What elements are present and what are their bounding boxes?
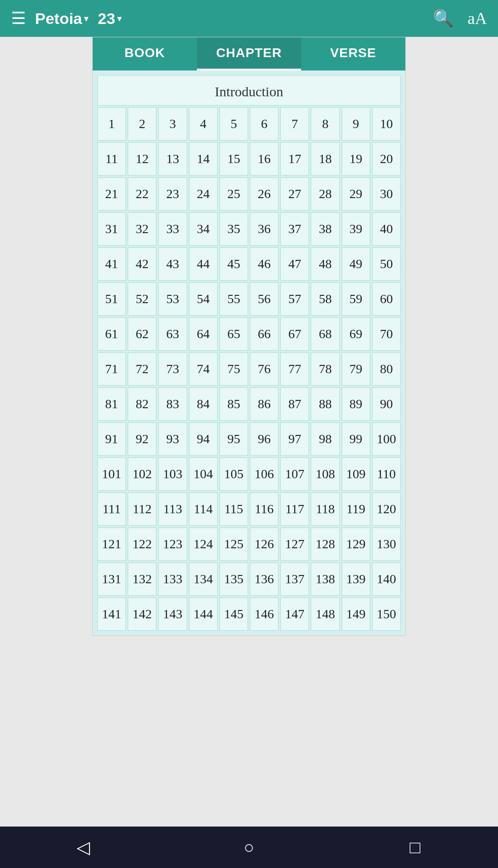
chapter-number-cell[interactable]: 79: [342, 352, 370, 386]
chapter-number-cell[interactable]: 141: [97, 598, 126, 631]
chapter-number-cell[interactable]: 10: [372, 107, 401, 141]
chapter-number-cell[interactable]: 110: [372, 457, 401, 491]
chapter-number-cell[interactable]: 107: [280, 457, 309, 491]
chapter-number-cell[interactable]: 108: [311, 457, 339, 491]
chapter-number-cell[interactable]: 111: [97, 493, 126, 526]
chapter-number-cell[interactable]: 140: [372, 563, 401, 596]
chapter-number-cell[interactable]: 55: [219, 282, 248, 316]
chapter-number-cell[interactable]: 39: [342, 212, 370, 246]
chapter-number-cell[interactable]: 52: [128, 282, 156, 316]
chapter-number-cell[interactable]: 106: [250, 457, 279, 491]
chapter-number-cell[interactable]: 42: [128, 247, 156, 281]
chapter-number-cell[interactable]: 38: [311, 212, 339, 246]
chapter-number-cell[interactable]: 16: [250, 142, 279, 176]
chapter-number-cell[interactable]: 33: [158, 212, 187, 246]
chapter-number-cell[interactable]: 59: [342, 282, 370, 316]
chapter-number-cell[interactable]: 21: [97, 177, 126, 211]
chapter-number-cell[interactable]: 51: [97, 282, 126, 316]
chapter-number-cell[interactable]: 120: [372, 493, 401, 526]
chapter-number-cell[interactable]: 104: [189, 457, 218, 491]
tab-verse[interactable]: VERSE: [301, 37, 405, 70]
chapter-number-cell[interactable]: 136: [250, 563, 279, 596]
chapter-number-cell[interactable]: 145: [219, 598, 248, 631]
chapter-number-cell[interactable]: 126: [250, 528, 279, 561]
chapter-number-cell[interactable]: 89: [342, 387, 370, 421]
chapter-number-cell[interactable]: 144: [189, 598, 218, 631]
chapter-number-cell[interactable]: 41: [97, 247, 126, 281]
chapter-number-cell[interactable]: 7: [280, 107, 309, 141]
chapter-number-cell[interactable]: 67: [280, 317, 309, 351]
chapter-number-cell[interactable]: 26: [250, 177, 279, 211]
home-button[interactable]: ○: [231, 829, 267, 866]
font-size-icon[interactable]: aA: [468, 9, 487, 28]
chapter-number-cell[interactable]: 80: [372, 352, 401, 386]
chapter-number-cell[interactable]: 73: [158, 352, 187, 386]
chapter-number-cell[interactable]: 94: [189, 422, 218, 456]
chapter-number-cell[interactable]: 81: [97, 387, 126, 421]
chapter-number-cell[interactable]: 12: [128, 142, 156, 176]
chapter-number-cell[interactable]: 43: [158, 247, 187, 281]
chapter-number-cell[interactable]: 37: [280, 212, 309, 246]
chapter-number-cell[interactable]: 143: [158, 598, 187, 631]
chapter-number-cell[interactable]: 77: [280, 352, 309, 386]
chapter-number-cell[interactable]: 50: [372, 247, 401, 281]
chapter-number-cell[interactable]: 146: [250, 598, 279, 631]
chapter-number-cell[interactable]: 29: [342, 177, 370, 211]
chapter-number-cell[interactable]: 115: [219, 493, 248, 526]
chapter-number-cell[interactable]: 23: [158, 177, 187, 211]
chapter-number-cell[interactable]: 66: [250, 317, 279, 351]
chapter-number-cell[interactable]: 5: [219, 107, 248, 141]
menu-icon[interactable]: ☰: [11, 9, 26, 28]
chapter-number-cell[interactable]: 127: [280, 528, 309, 561]
chapter-number-cell[interactable]: 2: [128, 107, 156, 141]
chapter-number-cell[interactable]: 72: [128, 352, 156, 386]
chapter-number-cell[interactable]: 6: [250, 107, 279, 141]
tab-book[interactable]: BOOK: [93, 37, 197, 70]
chapter-number-cell[interactable]: 14: [189, 142, 218, 176]
tab-chapter[interactable]: CHAPTER: [197, 37, 301, 70]
chapter-number-cell[interactable]: 71: [97, 352, 126, 386]
chapter-number-cell[interactable]: 93: [158, 422, 187, 456]
chapter-number-cell[interactable]: 18: [311, 142, 339, 176]
chapter-number-cell[interactable]: 1: [97, 107, 126, 141]
chapter-number-cell[interactable]: 97: [280, 422, 309, 456]
chapter-number-cell[interactable]: 61: [97, 317, 126, 351]
chapter-number-cell[interactable]: 20: [372, 142, 401, 176]
chapter-number-cell[interactable]: 121: [97, 528, 126, 561]
chapter-number-cell[interactable]: 109: [342, 457, 370, 491]
book-title[interactable]: Petoia: [35, 10, 82, 28]
chapter-number-cell[interactable]: 40: [372, 212, 401, 246]
chapter-number-cell[interactable]: 31: [97, 212, 126, 246]
chapter-number-cell[interactable]: 148: [311, 598, 339, 631]
chapter-number-cell[interactable]: 138: [311, 563, 339, 596]
book-caret-icon[interactable]: ▾: [84, 13, 89, 24]
chapter-number-cell[interactable]: 137: [280, 563, 309, 596]
recents-button[interactable]: □: [397, 829, 433, 866]
chapter-number-cell[interactable]: 3: [158, 107, 187, 141]
chapter-number-cell[interactable]: 95: [219, 422, 248, 456]
chapter-number-cell[interactable]: 114: [189, 493, 218, 526]
chapter-number-cell[interactable]: 54: [189, 282, 218, 316]
back-button[interactable]: ◁: [65, 829, 101, 866]
chapter-caret-icon[interactable]: ▾: [117, 13, 122, 24]
search-icon[interactable]: 🔍: [433, 9, 454, 28]
chapter-number-cell[interactable]: 11: [97, 142, 126, 176]
chapter-number-cell[interactable]: 142: [128, 598, 156, 631]
chapter-number-cell[interactable]: 113: [158, 493, 187, 526]
chapter-number-cell[interactable]: 19: [342, 142, 370, 176]
chapter-number-cell[interactable]: 46: [250, 247, 279, 281]
chapter-number-cell[interactable]: 101: [97, 457, 126, 491]
chapter-number-cell[interactable]: 4: [189, 107, 218, 141]
chapter-number-cell[interactable]: 60: [372, 282, 401, 316]
chapter-number-cell[interactable]: 130: [372, 528, 401, 561]
chapter-number-cell[interactable]: 135: [219, 563, 248, 596]
chapter-number-cell[interactable]: 85: [219, 387, 248, 421]
chapter-number-cell[interactable]: 28: [311, 177, 339, 211]
chapter-number-cell[interactable]: 84: [189, 387, 218, 421]
chapter-number-cell[interactable]: 8: [311, 107, 339, 141]
chapter-number-cell[interactable]: 128: [311, 528, 339, 561]
chapter-number-cell[interactable]: 68: [311, 317, 339, 351]
chapter-number-cell[interactable]: 9: [342, 107, 370, 141]
chapter-number-cell[interactable]: 86: [250, 387, 279, 421]
chapter-number-cell[interactable]: 69: [342, 317, 370, 351]
